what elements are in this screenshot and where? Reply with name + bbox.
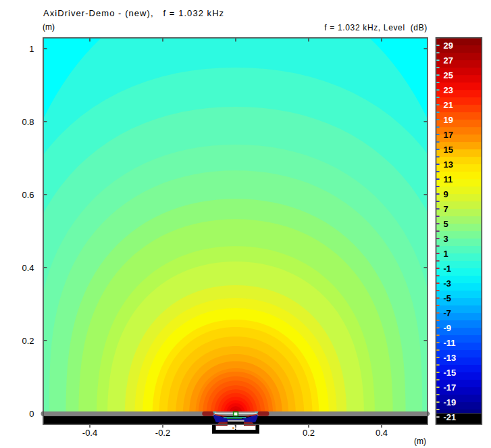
svg-text:-0.4: -0.4	[82, 428, 97, 438]
svg-text:9: 9	[444, 189, 448, 199]
svg-text:0: 0	[29, 409, 34, 419]
svg-text:3: 3	[444, 234, 448, 244]
svg-text:1: 1	[29, 44, 34, 54]
svg-text:-17: -17	[444, 382, 457, 393]
svg-text:0.4: 0.4	[22, 263, 34, 273]
svg-text:0.8: 0.8	[22, 117, 34, 127]
svg-text:AxiDriver-Demo - (new), f =: AxiDriver-Demo - (new), f = 1.032 kHz	[43, 8, 224, 18]
svg-text:1: 1	[444, 249, 448, 259]
svg-text:19: 19	[444, 115, 453, 125]
svg-text:27: 27	[444, 55, 453, 66]
svg-text:(m): (m)	[414, 437, 426, 446]
svg-text:0.6: 0.6	[22, 190, 34, 200]
svg-text:25: 25	[444, 70, 453, 80]
svg-text:-7: -7	[444, 308, 452, 318]
svg-text:17: 17	[444, 130, 453, 140]
svg-text:21: 21	[444, 100, 453, 110]
svg-text:-19: -19	[444, 397, 457, 407]
svg-text:0.2: 0.2	[303, 428, 315, 438]
svg-text:-21: -21	[444, 412, 457, 422]
svg-text:(m): (m)	[43, 22, 55, 32]
svg-text:13: 13	[444, 159, 453, 170]
svg-text:-9: -9	[444, 323, 452, 333]
svg-text:f = 1.032 kHz, Level (dB): f = 1.032 kHz, Level (dB)	[324, 23, 428, 32]
svg-text:-1: -1	[444, 264, 452, 274]
svg-text:29: 29	[444, 41, 453, 51]
svg-text:-5: -5	[444, 293, 452, 303]
svg-text:15: 15	[444, 145, 453, 155]
svg-text:-15: -15	[444, 368, 457, 378]
svg-text:5: 5	[444, 219, 448, 229]
svg-text:7: 7	[444, 204, 448, 214]
svg-text:23: 23	[444, 85, 453, 95]
svg-text:-3: -3	[444, 278, 452, 289]
svg-text:11: 11	[444, 174, 453, 184]
svg-text:0.4: 0.4	[376, 428, 388, 438]
svg-text:-11: -11	[444, 338, 456, 348]
svg-text:-0.2: -0.2	[155, 428, 170, 438]
svg-text:0.2: 0.2	[22, 336, 34, 346]
svg-text:-13: -13	[444, 353, 457, 363]
